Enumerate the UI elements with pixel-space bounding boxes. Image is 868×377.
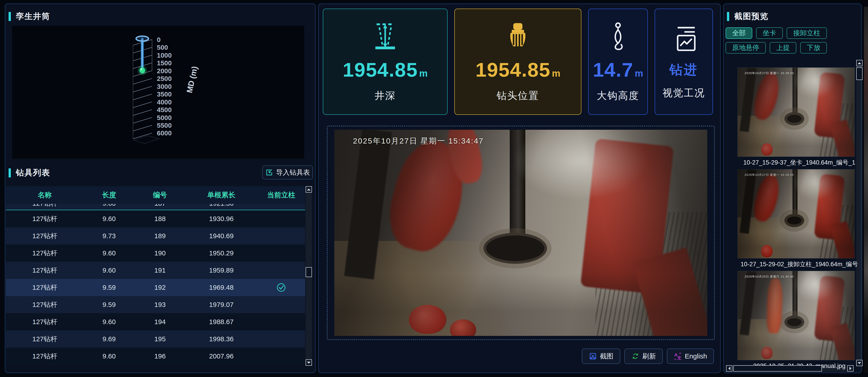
svg-text:1000: 1000: [157, 52, 172, 59]
svg-text:文: 文: [677, 355, 681, 360]
cell-cumulative: 1959.89: [185, 266, 257, 274]
filter-chip[interactable]: 全部: [725, 27, 752, 39]
svg-text:500: 500: [157, 43, 168, 51]
svg-text:0: 0: [157, 36, 160, 43]
cell-cumulative: 1969.48: [185, 284, 257, 291]
table-row[interactable]: 127钻杆 9.73 189 1940.69: [6, 227, 305, 245]
video-container: 2025年10月27日 星期一 15:34:47: [327, 126, 715, 340]
screenshot-thumbnail[interactable]: 2025年10月27日 星期一 15:29:05 10-27_15-29-02_…: [737, 169, 855, 268]
screenshot-button[interactable]: 截图: [582, 348, 620, 364]
cell-cumulative: 1930.96: [185, 215, 257, 223]
table-scrollbar-thumb[interactable]: [306, 267, 312, 277]
cell-length: 9.59: [84, 301, 134, 309]
cell-name: 127钻杆: [6, 204, 84, 208]
well-depth-label: 井深: [375, 89, 396, 102]
filter-chips: 全部 坐卡 接卸立柱 原地悬停 上提 下放: [725, 27, 857, 54]
refresh-icon: [631, 352, 640, 360]
table-row[interactable]: 127钻杆 9.60 187 1921.36: [6, 204, 305, 210]
preview-scrollbar-track[interactable]: [856, 60, 863, 366]
wellbore-3d-view[interactable]: 0500100015002000250030003500400045005000…: [12, 26, 304, 159]
thumbnail-image: 2025年10月25日 星期六 21:30:40: [737, 271, 855, 360]
drill-list-title-text: 钻具列表: [16, 167, 50, 178]
right-panel: 截图预览 全部 坐卡 接卸立柱 原地悬停 上提 下放: [723, 4, 862, 373]
table-scroll-up-button[interactable]: [306, 186, 312, 193]
cell-length: 9.60: [84, 215, 134, 223]
cell-length: 9.69: [84, 335, 134, 343]
svg-text:5000: 5000: [157, 114, 172, 121]
visual-status-label: 视觉工况: [662, 86, 705, 100]
cell-number: 194: [134, 318, 185, 326]
filter-chip[interactable]: 下放: [800, 42, 827, 54]
stat-card-hook-height: 14.7m 大钩高度: [588, 8, 648, 115]
scene-shading: [738, 271, 855, 360]
table-row[interactable]: 127钻杆 9.60 191 1959.89: [6, 262, 305, 279]
live-video-feed: 2025年10月27日 星期一 15:34:47: [334, 130, 707, 336]
cell-number: 193: [134, 301, 185, 309]
preview-scroll-right-button[interactable]: [847, 365, 854, 372]
cell-length: 9.60: [84, 204, 134, 207]
cell-number: 188: [134, 215, 185, 223]
bit-position-label: 钻头位置: [497, 89, 539, 102]
col-header-current-stand: 当前立柱: [257, 190, 305, 200]
cell-cumulative: 1921.36: [185, 204, 257, 207]
title-accent-bar: [8, 168, 11, 178]
cell-length: 9.59: [84, 284, 134, 291]
left-panel: 孪生井筒 05001000150020002500300035004000450…: [5, 4, 315, 373]
import-drill-list-button[interactable]: 导入钻具表: [262, 165, 313, 180]
visual-status-value: 钻进: [669, 61, 698, 78]
cell-cumulative: 1979.07: [185, 301, 257, 309]
cell-number: 189: [134, 232, 185, 240]
cell-number: 190: [134, 249, 185, 257]
cell-name: 127钻杆: [6, 317, 84, 326]
preview-scroll-down-button[interactable]: [856, 360, 863, 366]
cell-number: 195: [134, 335, 185, 343]
thumbnail-image: 2025年10月27日 星期一 15:29:33: [737, 67, 855, 157]
refresh-button[interactable]: 刷新: [624, 348, 663, 364]
screenshot-thumbnail[interactable]: 2025年10月27日 星期一 15:29:33 10-27_15-29-37_…: [737, 67, 855, 166]
well-depth-icon: [370, 21, 400, 51]
drill-table-header: 名称 长度 编号 单根累长 当前立柱: [6, 186, 305, 204]
svg-text:4000: 4000: [157, 98, 172, 106]
table-scroll-down-button[interactable]: [306, 359, 312, 366]
table-row[interactable]: 127钻杆 9.69 195 1998.36: [6, 331, 305, 348]
cell-name: 127钻杆: [6, 283, 84, 292]
wellbore-3d-axis: 0500100015002000250030003500400045005000…: [12, 26, 304, 159]
preview-hscrollbar-thumb[interactable]: [733, 365, 822, 372]
current-stand-check-icon: [276, 283, 286, 291]
table-row[interactable]: 127钻杆 9.60 196 2007.96: [6, 348, 305, 365]
table-row[interactable]: 127钻杆 9.60 190 1950.29: [6, 245, 305, 262]
svg-text:5500: 5500: [157, 122, 172, 129]
preview-section-title: 截图预览: [727, 11, 769, 22]
preview-scrollbar-thumb[interactable]: [856, 67, 863, 80]
cell-cumulative: 2007.96: [185, 352, 257, 360]
filter-chip[interactable]: 坐卡: [756, 27, 783, 39]
table-row[interactable]: 127钻杆 9.59 192 1969.48: [6, 279, 305, 296]
svg-text:3500: 3500: [157, 90, 172, 98]
svg-text:6000: 6000: [157, 129, 172, 137]
preview-scroll-left-button[interactable]: [726, 365, 733, 372]
drill-table-body: 127钻杆 9.60 187 1921.36 127钻杆 9.60 188 19…: [6, 204, 305, 366]
thumbnail-timestamp-overlay: 2025年10月27日 星期一 15:29:33: [745, 71, 794, 75]
svg-text:4500: 4500: [157, 106, 172, 114]
title-accent-bar: [8, 12, 11, 21]
filter-chip[interactable]: 原地悬停: [725, 42, 766, 54]
stat-card-bit-position: 1954.85m 钻头位置: [454, 8, 581, 115]
translate-icon: A 文: [674, 352, 682, 360]
cell-length: 9.60: [84, 352, 134, 360]
table-row[interactable]: 127钻杆 9.60 194 1988.67: [6, 313, 305, 331]
cell-length: 9.73: [84, 232, 134, 240]
screenshot-thumbnail[interactable]: 2025年10月25日 星期六 21:30:40 2025-10-25_21-3…: [737, 271, 855, 370]
table-row[interactable]: 127钻杆 9.60 188 1930.96: [6, 210, 305, 227]
import-icon: [265, 168, 273, 177]
preview-scroll-up-button[interactable]: [856, 60, 863, 66]
cell-number: 187: [134, 204, 185, 207]
wellbore-title-text: 孪生井筒: [16, 11, 50, 22]
cell-name: 127钻杆: [6, 266, 84, 275]
thumbnail-timestamp-overlay: 2025年10月25日 星期六 21:30:40: [745, 275, 794, 279]
language-toggle-button[interactable]: A 文 English: [667, 348, 714, 364]
table-row[interactable]: 127钻杆 9.59 193 1979.07: [6, 296, 305, 313]
filter-chip[interactable]: 上提: [770, 42, 796, 54]
scene-shading: [738, 169, 855, 258]
filter-chip[interactable]: 接卸立柱: [786, 27, 827, 39]
title-accent-bar: [727, 12, 729, 21]
